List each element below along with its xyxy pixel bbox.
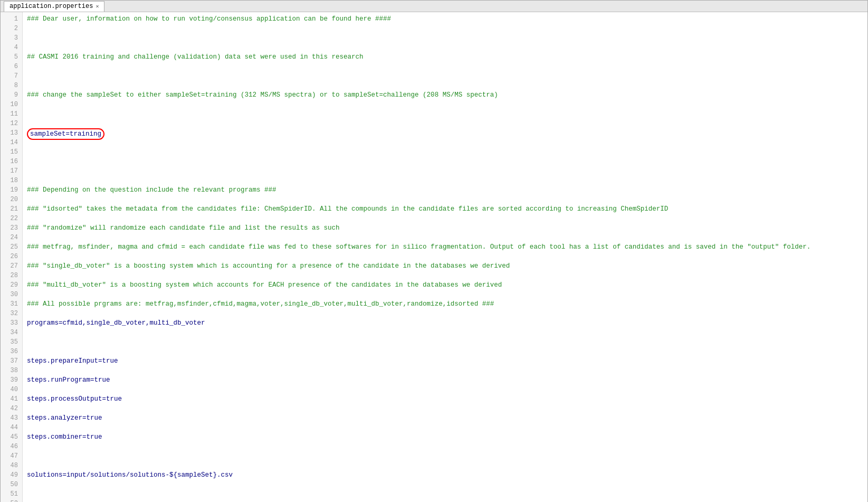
code-line (27, 489, 863, 499)
code-line: ### "idsorted" takes the metadata from t… (27, 204, 863, 214)
line-number: 32 (5, 309, 18, 318)
code-line: steps.analyzer=true (27, 413, 863, 423)
line-numbers: 1234567891011121314151617181920212223242… (1, 12, 23, 502)
code-line: sampleSet=training (27, 128, 863, 138)
line-number: 28 (5, 271, 18, 280)
line-number: 52 (5, 499, 18, 502)
line-number: 41 (5, 394, 18, 404)
line-number: 27 (5, 261, 18, 271)
line-number: 30 (5, 290, 18, 299)
circled-value: sampleSet=training (27, 128, 104, 140)
code-line: ### "randomize" will randomize each cand… (27, 223, 863, 233)
line-number: 25 (5, 242, 18, 252)
line-number: 49 (5, 470, 18, 480)
line-number: 43 (5, 413, 18, 423)
code-line: ## CASMI 2016 training and challenge (va… (27, 52, 863, 62)
line-number: 11 (5, 109, 18, 119)
line-number: 13 (5, 128, 18, 138)
line-number: 15 (5, 147, 18, 157)
code-line: steps.processOutput=true (27, 394, 863, 404)
code-line: ### "multi_db_voter" is a boosting syste… (27, 280, 863, 290)
line-number: 44 (5, 423, 18, 432)
line-number: 50 (5, 480, 18, 489)
tab-label: application.properties (9, 3, 93, 10)
code-line (27, 33, 863, 43)
line-number: 18 (5, 176, 18, 185)
line-number: 2 (5, 24, 18, 33)
main-window: application.properties ✕ 123456789101112… (0, 0, 868, 502)
line-number: 37 (5, 356, 18, 366)
line-number: 6 (5, 62, 18, 71)
line-number: 17 (5, 166, 18, 176)
line-number: 8 (5, 81, 18, 90)
line-number: 48 (5, 461, 18, 470)
line-number: 9 (5, 90, 18, 100)
code-line (27, 147, 863, 157)
line-number: 29 (5, 280, 18, 290)
line-number: 51 (5, 489, 18, 499)
code-line (27, 166, 863, 176)
line-number: 23 (5, 223, 18, 233)
line-number: 39 (5, 375, 18, 385)
line-number: 10 (5, 100, 18, 109)
code-line: steps.runProgram=true (27, 375, 863, 385)
file-tab[interactable]: application.properties ✕ (4, 1, 104, 12)
code-line (27, 109, 863, 119)
code-line: ### All possible prgrams are: metfrag,ms… (27, 299, 863, 309)
line-number: 42 (5, 404, 18, 413)
line-number: 46 (5, 442, 18, 451)
code-line: ### change the sampleSet to either sampl… (27, 90, 863, 100)
editor-area: 1234567891011121314151617181920212223242… (1, 12, 867, 502)
title-bar: application.properties ✕ (1, 1, 867, 12)
line-number: 24 (5, 233, 18, 242)
line-number: 21 (5, 204, 18, 214)
line-number: 5 (5, 52, 18, 62)
line-number: 36 (5, 347, 18, 356)
line-number: 47 (5, 451, 18, 461)
line-number: 45 (5, 432, 18, 442)
line-number: 3 (5, 33, 18, 43)
code-line: ### "single_db_voter" is a boosting syst… (27, 261, 863, 271)
code-line (27, 71, 863, 81)
line-number: 1 (5, 14, 18, 24)
line-number: 26 (5, 252, 18, 261)
code-line: ### Depending on the question include th… (27, 185, 863, 195)
line-number: 7 (5, 71, 18, 81)
line-number: 16 (5, 157, 18, 166)
line-number: 31 (5, 299, 18, 309)
code-line: steps.combiner=true (27, 432, 863, 442)
code-line: steps.prepareInput=true (27, 356, 863, 366)
line-number: 35 (5, 337, 18, 347)
line-number: 38 (5, 366, 18, 375)
line-number: 12 (5, 119, 18, 128)
line-number: 14 (5, 138, 18, 147)
line-number: 4 (5, 43, 18, 52)
code-area[interactable]: ### Dear user, information on how to run… (23, 12, 867, 502)
tab-close-icon[interactable]: ✕ (96, 3, 99, 10)
line-number: 33 (5, 318, 18, 328)
line-number: 22 (5, 214, 18, 223)
line-number: 40 (5, 385, 18, 394)
line-number: 20 (5, 195, 18, 204)
code-line: ### metfrag, msfinder, magma and cfmid =… (27, 242, 863, 252)
code-line: programs=cfmid,single_db_voter,multi_db_… (27, 318, 863, 328)
code-line: solutions=input/solutions/solutions-${sa… (27, 470, 863, 480)
code-line: ### Dear user, information on how to run… (27, 14, 863, 24)
line-number: 34 (5, 328, 18, 337)
line-number: 19 (5, 185, 18, 195)
code-line (27, 337, 863, 347)
code-line (27, 451, 863, 461)
